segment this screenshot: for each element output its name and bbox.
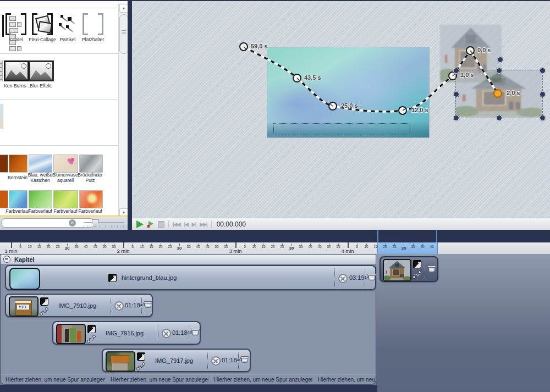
image-settings-icon[interactable] xyxy=(108,274,117,282)
duration-clock-icon[interactable] xyxy=(338,274,348,283)
stop-button[interactable] xyxy=(158,221,164,228)
tool-item-kapitel[interactable]: Kapitel xyxy=(3,13,29,42)
scroll-up-button[interactable]: ▲ xyxy=(119,4,128,13)
ruler-tick: 25 xyxy=(279,245,285,249)
skip-to-start-button[interactable]: |◀◀ xyxy=(173,222,180,227)
thumbnail-size-ticks xyxy=(84,225,125,228)
tool-item-partikel[interactable]: Partikel xyxy=(56,13,80,42)
chapter-header[interactable]: Kapitel xyxy=(1,255,376,264)
filter-input[interactable] xyxy=(1,218,95,228)
motion-path-icon[interactable] xyxy=(413,270,421,279)
tool-item-platzhalter[interactable]: Platzhalter xyxy=(80,13,106,42)
divider xyxy=(238,352,239,369)
timeline-ruler[interactable]: 1 min5101520253035404550552 min510152025… xyxy=(0,242,550,255)
image-settings-icon[interactable] xyxy=(137,352,145,361)
selection-handle-s[interactable] xyxy=(496,115,502,121)
clip-thumbnail[interactable] xyxy=(383,259,411,281)
motion-path-icon[interactable] xyxy=(40,307,48,316)
ruler-tick xyxy=(348,242,349,248)
new-track-drop-zone[interactable]: Hierher ziehen, um neu... xyxy=(314,374,376,384)
selection-handle-n[interactable] xyxy=(496,68,502,74)
keyframe-time-label: 25,0 s xyxy=(341,102,358,109)
thumbnail-size-slider[interactable] xyxy=(84,222,124,223)
texture-thumb-blumenvase[interactable] xyxy=(53,154,78,173)
tool-item-flexi-collage[interactable]: Flexi-Collage xyxy=(29,13,56,42)
texture-thumb-farbverlauf-4[interactable] xyxy=(79,190,103,208)
chrome-strip xyxy=(0,230,550,242)
chapter-blocks-icon xyxy=(6,13,26,35)
transition-icon[interactable] xyxy=(144,301,152,308)
clip-name: IMG_7917.jpg xyxy=(155,357,193,364)
image-settings-icon[interactable] xyxy=(413,260,421,268)
timeline-right-section[interactable] xyxy=(376,254,550,392)
step-back-button[interactable]: |◀ xyxy=(184,222,188,227)
clip-thumbnail[interactable] xyxy=(106,351,135,372)
highlight-boundary-line xyxy=(436,230,437,242)
divider xyxy=(207,352,208,369)
selection-handle-se[interactable] xyxy=(540,115,546,121)
duration-main: 01:18 xyxy=(172,329,188,336)
scrollbar-thumb[interactable] xyxy=(119,14,128,54)
transition-icon[interactable] xyxy=(427,266,436,273)
new-track-drop-zone[interactable]: Hierher ziehen, um neue Spur anzulegen. xyxy=(210,374,312,384)
texture-thumb-bernstein[interactable] xyxy=(9,154,28,173)
clip-thumbnail[interactable]: YPF xyxy=(9,296,38,317)
selection-handle-extra[interactable] xyxy=(497,57,503,63)
layout-canvas[interactable]: 59,0 s 43,5 s 25,0 s 12,0 s 1,0 s 0,0 s … xyxy=(132,1,550,218)
clear-filter-icon[interactable]: × xyxy=(69,219,76,227)
selection-handle-e[interactable] xyxy=(540,91,546,97)
toolbox-scrollbar[interactable]: ▲ ▼ xyxy=(118,3,128,218)
ruler-tick: 50 xyxy=(214,245,219,249)
timeline-clip-img7917[interactable]: IMG_7917.jpg 01:1840 xyxy=(102,349,251,372)
texture-thumb-partial[interactable] xyxy=(0,154,8,173)
step-forward-button[interactable]: ▶| xyxy=(192,222,196,227)
timeline-clip-img7910[interactable]: YPF IMG_7910.jpg 01:1840 xyxy=(5,294,153,317)
new-track-drop-zone[interactable]: Hierher ziehen, um neue Spur anzulegen. xyxy=(106,374,208,384)
duration-clock-icon[interactable] xyxy=(114,301,124,311)
transition-icon[interactable] xyxy=(367,274,376,281)
clip-thumbnail[interactable] xyxy=(9,268,40,290)
texture-thumb-farbverlauf-2[interactable] xyxy=(29,190,52,208)
timeline-clip-img7916[interactable]: IMG_7916.jpg 01:1840 xyxy=(52,321,201,345)
clip-thumbnail[interactable] xyxy=(56,324,86,344)
duration-main: 03:19 xyxy=(349,274,365,281)
ruler-tick: 20 xyxy=(158,245,163,249)
skip-to-end-button[interactable]: ▶▶| xyxy=(200,222,207,227)
timeline-clip-house[interactable] xyxy=(380,256,438,282)
transition-icon[interactable] xyxy=(191,329,200,336)
divider xyxy=(365,268,365,287)
ruler-tick xyxy=(11,242,12,248)
texture-thumb-farbverlauf-1[interactable] xyxy=(9,190,28,208)
ruler-tick: 15 xyxy=(261,245,266,249)
texture-thumb-putz[interactable] xyxy=(79,154,103,173)
timeline-clip-hintergrund[interactable]: hintergrund_blau.jpg 03:1914 xyxy=(5,265,376,290)
selection-handle-ne[interactable] xyxy=(540,68,546,74)
selection-handle-nw[interactable] xyxy=(453,68,459,74)
partial-tool-icon xyxy=(0,60,3,81)
flexi-collage-icon xyxy=(32,13,53,35)
image-settings-icon[interactable] xyxy=(87,325,96,333)
selection-handle-w[interactable] xyxy=(453,91,459,97)
motion-path-icon[interactable] xyxy=(87,334,96,343)
ruler-tick: 45 xyxy=(429,245,435,249)
tool-item-ken-burns[interactable]: Ken-Burns-... xyxy=(4,60,28,89)
image-settings-icon[interactable] xyxy=(40,297,48,306)
selection-rectangle[interactable] xyxy=(455,70,543,118)
play-from-here-button[interactable] xyxy=(147,221,154,228)
new-track-drop-zone[interactable]: Hierher ziehen, um neue Spur anzulegen. xyxy=(1,374,105,384)
divider xyxy=(0,99,118,100)
duration-clock-icon[interactable] xyxy=(162,329,171,338)
collapse-icon[interactable] xyxy=(3,256,10,263)
texture-thumb-partial[interactable] xyxy=(0,190,8,208)
selection-handle-sw[interactable] xyxy=(453,115,459,121)
transition-icon[interactable] xyxy=(240,356,249,363)
time-readout: 00:00.000 xyxy=(217,220,246,228)
duration-clock-icon[interactable] xyxy=(211,356,221,366)
tool-item-blur-effekt[interactable]: Blur-Effekt xyxy=(29,60,53,89)
play-button[interactable] xyxy=(136,220,144,228)
motion-path-icon[interactable] xyxy=(136,362,145,371)
ruler-tick: 5 xyxy=(18,245,23,249)
texture-thumb-farbverlauf-3[interactable] xyxy=(53,190,78,208)
texture-thumb-blau[interactable] xyxy=(29,154,52,173)
texture-label: Bröckelnder Putz xyxy=(77,173,103,183)
